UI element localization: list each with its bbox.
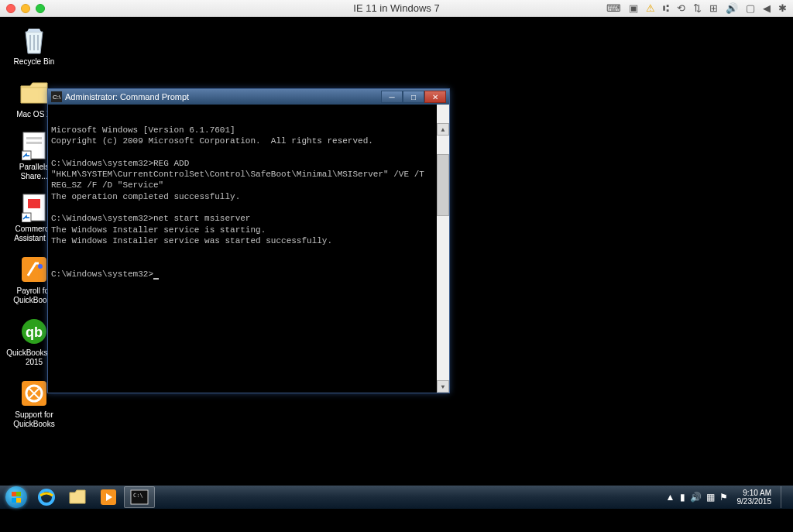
network-icon[interactable]: ⇅: [693, 2, 702, 14]
icon-label: Mac OS X: [16, 110, 52, 119]
scrollbar[interactable]: ▲ ▼: [437, 105, 449, 393]
taskbar-explorer[interactable]: [62, 486, 93, 508]
folder-icon: [68, 489, 87, 505]
svg-rect-7: [22, 257, 46, 282]
media-player-icon: [99, 488, 118, 506]
support-glyph: [19, 378, 50, 409]
show-desktop-button[interactable]: [781, 486, 788, 508]
collapse-icon[interactable]: ◀: [763, 2, 771, 14]
cmd-output: Microsoft Windows [Version 6.1.7601] Cop…: [51, 125, 432, 280]
usb-icon[interactable]: ⑆: [663, 2, 669, 14]
taskbar-items: C:\: [31, 486, 155, 509]
tray-chevron-icon[interactable]: ▲: [666, 492, 675, 503]
parallels-toolbar: ⌨ ▣ ⚠ ⑆ ⟲ ⇅ ⊞ 🔊 ▢ ◀ ✱: [606, 2, 787, 14]
warning-icon[interactable]: ⚠: [646, 2, 655, 14]
window-title: IE 11 in Windows 7: [353, 2, 439, 14]
recycle-bin-icon[interactable]: Recycle Bin: [6, 25, 62, 67]
minimize-button[interactable]: ─: [381, 91, 403, 103]
recycle-bin-glyph: [19, 25, 50, 56]
cmd-icon: C:\: [130, 489, 149, 505]
svg-text:C:\: C:\: [133, 493, 143, 499]
battery-icon[interactable]: ▮: [680, 492, 685, 503]
clock-date: 9/23/2015: [737, 497, 772, 506]
taskbar-mediaplayer[interactable]: [93, 486, 124, 508]
taskbar-ie[interactable]: [31, 486, 62, 508]
mac-titlebar: IE 11 in Windows 7 ⌨ ▣ ⚠ ⑆ ⟲ ⇅ ⊞ 🔊 ▢ ◀ ✱: [0, 0, 793, 17]
scroll-thumb[interactable]: [437, 154, 449, 216]
cursor: [153, 278, 159, 280]
scroll-up-arrow[interactable]: ▲: [437, 123, 449, 136]
icon-label: Recycle Bin: [14, 57, 55, 67]
cmd-body[interactable]: Microsoft Windows [Version 6.1.7601] Cop…: [48, 105, 449, 393]
scroll-down-arrow[interactable]: ▼: [437, 380, 449, 393]
flag-icon[interactable]: ⚑: [719, 492, 728, 503]
svg-rect-5: [28, 199, 40, 208]
svg-rect-1: [26, 137, 42, 139]
sync-icon[interactable]: ⟲: [677, 2, 685, 14]
minimize-button[interactable]: [21, 4, 30, 13]
gear-icon[interactable]: ✱: [778, 2, 787, 14]
cmd-icon: C:\: [51, 91, 62, 102]
icon-label: Support for QuickBooks: [6, 410, 62, 429]
svg-rect-2: [26, 142, 42, 144]
taskbar: C:\ ▲ ▮ 🔊 ▦ ⚑ 9:10 AM 9/23/2015: [0, 486, 793, 509]
keyboard-icon[interactable]: ⌨: [606, 2, 621, 14]
folder-glyph: [19, 77, 50, 108]
start-button[interactable]: [2, 486, 31, 508]
volume-icon[interactable]: 🔊: [690, 492, 702, 503]
windows-logo-icon: [5, 486, 27, 508]
fullscreen-button[interactable]: [36, 4, 45, 13]
taskbar-cmd[interactable]: C:\: [124, 486, 155, 508]
shortcut-glyph: [19, 192, 50, 223]
traffic-lights: [6, 4, 45, 13]
command-prompt-window[interactable]: C:\ Administrator: Command Prompt ─ □ ✕ …: [47, 88, 450, 393]
window-controls: ─ □ ✕: [381, 91, 446, 103]
camera-icon[interactable]: ▣: [629, 2, 638, 14]
cmd-titlebar[interactable]: C:\ Administrator: Command Prompt ─ □ ✕: [48, 89, 449, 105]
svg-text:qb: qb: [26, 324, 43, 340]
svg-point-8: [38, 264, 43, 269]
close-button[interactable]: ✕: [424, 91, 446, 103]
ie-icon: [37, 488, 56, 506]
display-icon[interactable]: ▢: [746, 2, 755, 14]
network-icon[interactable]: ▦: [706, 492, 715, 503]
system-tray: ▲ ▮ 🔊 ▦ ⚑ 9:10 AM 9/23/2015: [666, 486, 791, 508]
quickbooks-glyph: qb: [19, 316, 50, 347]
shortcut-glyph: [19, 130, 50, 161]
taskbar-clock[interactable]: 9:10 AM 9/23/2015: [733, 489, 777, 506]
close-button[interactable]: [6, 4, 15, 13]
windows-desktop[interactable]: Recycle Bin Mac OS X Parallels Share... …: [0, 17, 793, 509]
volume-icon[interactable]: 🔊: [726, 2, 738, 14]
lock-icon[interactable]: ⊞: [709, 2, 718, 14]
cmd-title: Administrator: Command Prompt: [65, 92, 381, 101]
maximize-button[interactable]: □: [403, 91, 424, 103]
clock-time: 9:10 AM: [737, 489, 772, 497]
app-glyph: [19, 254, 50, 285]
